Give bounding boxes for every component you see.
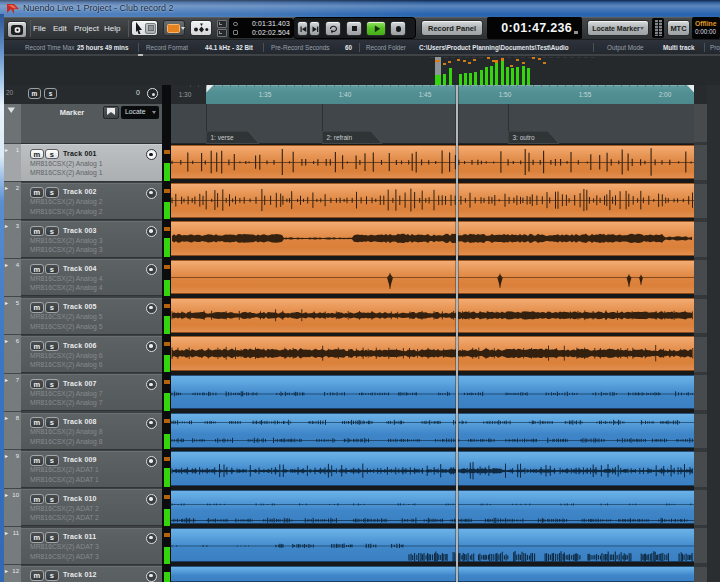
svg-text:1: verse: 1: verse (211, 134, 235, 141)
svg-text:3: outro: 3: outro (513, 134, 535, 141)
svg-text:2: refrain: 2: refrain (327, 134, 353, 141)
